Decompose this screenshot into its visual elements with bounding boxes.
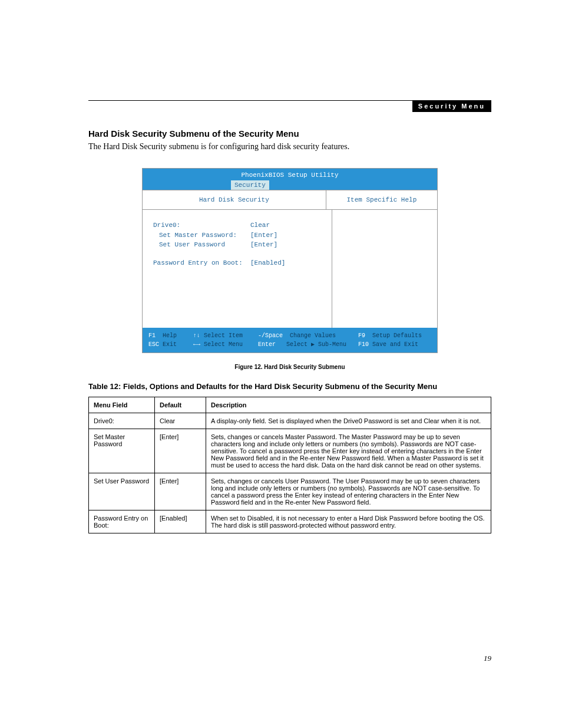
section-title: Hard Disk Security Submenu of the Securi…: [88, 129, 491, 139]
bios-tabs: Security: [143, 180, 437, 190]
cell-desc: A display-only field. Set is displayed w…: [206, 413, 491, 429]
bios-key-f10: F10: [358, 341, 369, 348]
bios-save-exit-label: Save and Exit: [372, 341, 418, 348]
cell-default: [Enter]: [155, 429, 206, 473]
bios-settings-panel: Drive0:Clear Set Master Password:[Enter]…: [143, 210, 332, 328]
th-default: Default: [155, 397, 206, 413]
bios-key-space: -/Space: [258, 332, 283, 339]
bios-set-master-value: [Enter]: [250, 232, 277, 239]
table-row: Set Master Password [Enter] Sets, change…: [89, 429, 491, 473]
bios-set-master-label: Set Master Password:: [159, 230, 250, 241]
bios-change-values-label: Change Values: [290, 332, 336, 339]
bios-key-f1: F1: [148, 332, 156, 339]
bios-pw-boot-label: Password Entry on Boot:: [153, 258, 250, 268]
cell-default: Clear: [155, 413, 206, 429]
section-text: The Hard Disk Security submenu is for co…: [88, 142, 491, 151]
bios-panel-title-left: Hard Disk Security: [143, 190, 326, 209]
bios-panel-title-right: Item Specific Help: [326, 190, 437, 209]
cell-desc: Sets, changes or cancels Master Password…: [206, 429, 491, 473]
bios-drive0-label: Drive0:: [153, 220, 250, 230]
header-bar: Security Menu: [412, 100, 491, 112]
bios-set-user-label: Set User Password: [159, 240, 250, 250]
bios-help-panel: [332, 210, 437, 328]
bios-select-menu-label: Select Menu: [204, 341, 243, 348]
table-row: Set User Password [Enter] Sets, changes …: [89, 473, 491, 510]
bios-key-f9: F9: [358, 332, 365, 339]
cell-desc: Sets, changes or cancels User Password. …: [206, 473, 491, 510]
bios-title: PhoenixBIOS Setup Utility: [143, 169, 437, 180]
bios-set-user-value: [Enter]: [250, 241, 277, 248]
cell-default: [Enter]: [155, 473, 206, 510]
cell-default: [Enabled]: [155, 510, 206, 533]
cell-field: Drive0:: [89, 413, 155, 429]
cell-field: Set User Password: [89, 473, 155, 510]
bios-screenshot: PhoenixBIOS Setup Utility Security Hard …: [142, 168, 438, 353]
bios-key-updown: ↑↓: [193, 332, 200, 339]
fields-table: Menu Field Default Description Drive0: C…: [88, 397, 491, 533]
th-description: Description: [206, 397, 491, 413]
bios-key-enter: Enter: [258, 341, 276, 348]
bios-tab-security: Security: [231, 180, 269, 190]
cell-desc: When set to Disabled, it is not necessar…: [206, 510, 491, 533]
bios-pw-boot-value: [Enabled]: [250, 259, 285, 266]
bios-footer: F1 Help ↑↓ Select Item -/Space Change Va…: [143, 328, 437, 353]
bios-exit-label: Exit: [163, 341, 177, 348]
th-menu-field: Menu Field: [89, 397, 155, 413]
bios-help-label: Help: [163, 332, 177, 339]
page-number: 19: [484, 654, 491, 663]
table-title: Table 12: Fields, Options and Defaults f…: [88, 382, 491, 391]
table-row: Drive0: Clear A display-only field. Set …: [89, 413, 491, 429]
figure-caption: Figure 12. Hard Disk Security Submenu: [88, 364, 491, 370]
cell-field: Password Entry on Boot:: [89, 510, 155, 533]
table-row: Password Entry on Boot: [Enabled] When s…: [89, 510, 491, 533]
bios-key-esc: ESC: [148, 341, 159, 348]
table-header-row: Menu Field Default Description: [89, 397, 491, 413]
cell-field: Set Master Password: [89, 429, 155, 473]
bios-setup-defaults-label: Setup Defaults: [372, 332, 422, 339]
bios-key-leftright: ←→: [193, 341, 200, 348]
bios-select-item-label: Select Item: [204, 332, 243, 339]
bios-drive0-value: Clear: [250, 222, 270, 229]
bios-select-submenu-label: Select ▶ Sub-Menu: [286, 341, 346, 348]
